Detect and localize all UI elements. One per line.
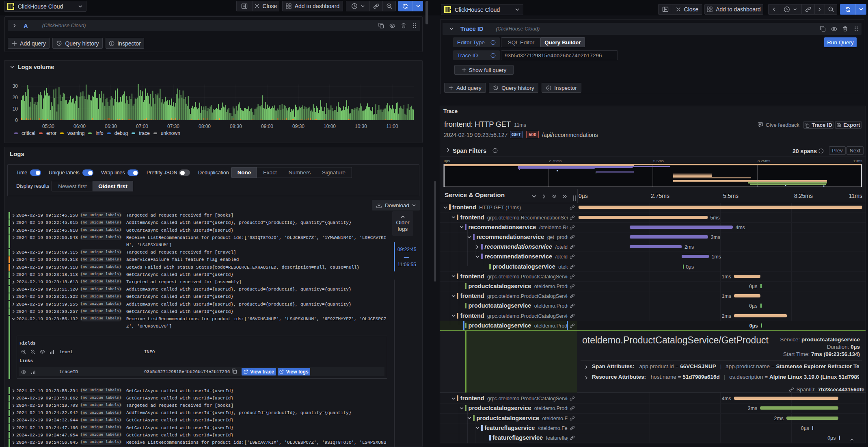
svg-text:0µs: 0µs xyxy=(444,158,450,163)
svg-text:5.5ms: 5.5ms xyxy=(653,158,664,163)
svg-text:8.25ms: 8.25ms xyxy=(758,158,770,163)
svg-text:11ms: 11ms xyxy=(853,158,862,163)
svg-text:2.75ms: 2.75ms xyxy=(549,158,561,163)
